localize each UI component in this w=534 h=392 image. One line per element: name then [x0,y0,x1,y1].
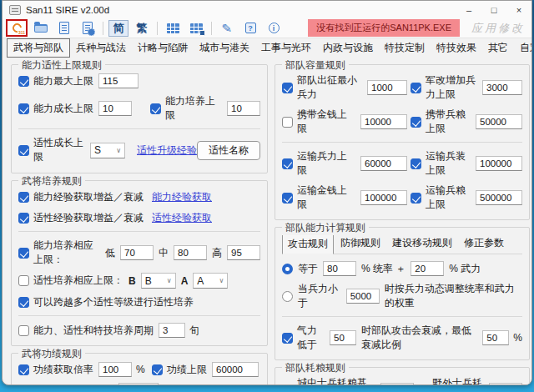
checkbox[interactable] [411,193,421,204]
transport-equip-input[interactable] [476,156,522,171]
transport-troops-input[interactable] [360,156,407,171]
tab-units-tactics[interactable]: 兵种与战法 [70,39,132,57]
transport-food-input[interactable] [476,190,522,205]
edit-button[interactable]: ✎ [217,20,237,37]
checkbox[interactable] [18,192,29,203]
checkbox[interactable] [411,117,421,128]
tab-custom-pack[interactable]: 自定义包 [514,39,532,57]
decay-ratio-input[interactable] [482,330,509,345]
tab-skill-custom[interactable]: 特技定制 [379,39,431,57]
export-table-button[interactable] [186,20,206,37]
save-file-button[interactable] [54,20,74,37]
checkbox[interactable] [411,83,421,93]
morale-threshold-input[interactable] [330,330,356,345]
checkbox[interactable] [18,145,29,156]
checkbox[interactable] [282,83,293,93]
checkbox[interactable] [282,333,293,344]
tab-attack-rule[interactable]: 攻击规则 [282,234,334,254]
grid-export-icon [190,23,203,33]
checkbox[interactable] [152,364,163,375]
tab-defense-rule[interactable]: 防御规则 [335,234,385,254]
checkbox[interactable] [18,103,29,114]
open-file-button[interactable] [31,20,51,37]
data-table-button[interactable] [163,20,183,37]
checkbox-label: 军改增加兵力上限 [426,73,477,102]
merit-cap-input[interactable] [212,362,259,377]
chevron-down-icon: ∨ [219,277,224,284]
tab-skill-effects[interactable]: 特技效果 [431,39,482,57]
simplified-chinese-button[interactable]: 简 [108,20,128,37]
checkbox[interactable] [18,76,29,87]
help-button[interactable]: ? [240,20,260,37]
checkbox[interactable] [18,325,29,336]
aptitude-cap-dropdown[interactable]: S ∨ [90,143,125,158]
train-cap-low-input[interactable] [120,245,154,260]
aptitude-exp-gain-link[interactable]: 适性经验获取 [152,211,212,225]
ability-growth-input[interactable] [98,101,132,116]
transport-gold-input[interactable] [360,190,407,205]
checkbox[interactable] [282,385,293,386]
toolbar-separator [157,22,158,35]
file-icon [59,22,69,34]
field-label: 时部队攻击会衰减，最低衰减比例 [361,324,477,352]
reinforce-cap-input[interactable] [482,80,522,95]
checkbox[interactable] [18,213,29,224]
file-settings-button[interactable] [78,20,98,37]
info-icon: i [269,23,280,33]
rank-merit-input[interactable] [118,383,159,385]
strength-pct-input[interactable] [411,261,444,276]
checkbox[interactable] [18,248,29,259]
dynamic-troops-input[interactable] [346,289,380,304]
train-cap-high-input[interactable] [227,245,260,260]
radio-fixed-formula[interactable] [282,264,293,274]
group-general-cultivation: 武将培养规则 能力经验获取增益／衰减 能力经验获取 适性经验获取增益／衰减 适性… [11,180,268,346]
checkbox[interactable] [282,158,293,169]
aptitude-a-dropdown[interactable]: A ∨ [193,273,228,289]
checkbox-label: 能力成长上限 [33,102,93,116]
cultivation-cycle-input[interactable] [159,323,185,338]
tab-cities-ports[interactable]: 城市与港关 [194,39,255,57]
minimize-button[interactable]: – [456,1,481,18]
tab-other[interactable]: 其它 [482,39,514,57]
checkbox[interactable] [282,193,293,204]
aptitude-name-button[interactable]: 适性名称 [197,141,260,160]
close-button[interactable]: × [506,1,531,18]
checkbox[interactable] [150,103,161,114]
tab-build-move-rule[interactable]: 建设移动规则 [387,234,457,254]
maximize-button[interactable]: □ [481,1,506,18]
grid-icon [167,23,179,33]
tab-correction-params[interactable]: 修正参数 [459,234,509,254]
checkbox[interactable] [18,297,29,308]
tab-schemes-traps[interactable]: 计略与陷阱 [132,39,194,57]
ability-max-input[interactable] [98,73,139,88]
field-food-base-input[interactable] [489,383,522,385]
tab-generals-troops[interactable]: 武将与部队 [7,38,70,58]
checkbox[interactable] [18,275,29,286]
merit-rate-input[interactable] [98,362,132,377]
gear-icon [88,28,95,36]
checkbox-label: 适性成长上限 [33,136,85,164]
city-food-base-input[interactable] [380,383,414,385]
logo-311-button[interactable]: 311 [6,19,28,37]
aptitude-b-dropdown[interactable]: B ∨ [141,273,176,289]
radio-dynamic-formula[interactable] [282,291,293,302]
checkbox[interactable] [411,158,421,169]
leadership-pct-input[interactable] [323,261,356,276]
min-troops-input[interactable] [367,80,407,95]
tab-works-aura[interactable]: 工事与光环 [255,39,317,57]
about-button[interactable]: i [264,20,284,37]
ability-train-input[interactable] [227,101,260,116]
checkbox[interactable] [417,385,428,386]
traditional-chinese-button[interactable]: 繁 [132,20,152,37]
checkbox[interactable] [282,117,293,128]
tab-domestic-facilities[interactable]: 内政与设施 [317,39,379,57]
carry-gold-input[interactable] [360,114,407,129]
train-cap-mid-input[interactable] [174,245,207,260]
checkbox[interactable] [18,364,29,375]
aptitude-upgrade-exp-link[interactable]: 适性升级经验 [137,143,197,158]
checkbox[interactable] [18,385,29,386]
ability-exp-gain-link[interactable]: 能力经验获取 [152,190,212,204]
group-title: 部队能力计算规则 [282,221,369,235]
apply-changes-button[interactable]: 应用修改 [471,21,525,36]
carry-food-input[interactable] [476,114,522,129]
